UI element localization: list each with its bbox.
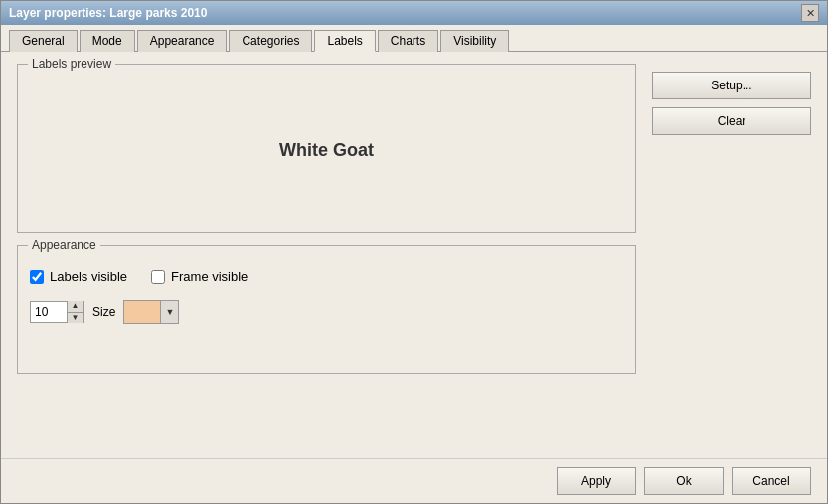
tab-categories[interactable]: Categories bbox=[229, 30, 312, 52]
tab-general[interactable]: General bbox=[9, 30, 78, 52]
ok-button[interactable]: Ok bbox=[644, 467, 724, 495]
preview-box: White Goat bbox=[30, 81, 623, 220]
frame-visible-checkbox[interactable] bbox=[151, 270, 165, 284]
size-input[interactable] bbox=[31, 303, 67, 321]
tabs-bar: General Mode Appearance Categories Label… bbox=[1, 25, 827, 52]
spin-down-button[interactable]: ▼ bbox=[68, 313, 83, 324]
appearance-content: Labels visible Frame visible bbox=[30, 261, 623, 324]
apply-button[interactable]: Apply bbox=[557, 467, 636, 495]
right-panel: Setup... Clear bbox=[652, 64, 811, 446]
size-spinbox: ▲ ▼ bbox=[30, 301, 84, 323]
footer: Apply Ok Cancel bbox=[1, 458, 827, 503]
content-area: Labels preview White Goat Appearance Lab… bbox=[1, 52, 827, 458]
labels-visible-item: Labels visible bbox=[30, 269, 127, 284]
main-window: Layer properties: Large parks 2010 ✕ Gen… bbox=[0, 0, 828, 504]
preview-text: White Goat bbox=[279, 140, 374, 161]
color-picker[interactable]: ▼ bbox=[123, 300, 179, 324]
appearance-group: Appearance Labels visible Frame visible bbox=[17, 245, 636, 374]
color-swatch bbox=[124, 301, 160, 323]
tab-appearance[interactable]: Appearance bbox=[137, 30, 228, 52]
size-row: ▲ ▼ Size ▼ bbox=[30, 300, 623, 324]
labels-preview-group: Labels preview White Goat bbox=[17, 64, 636, 233]
title-bar: Layer properties: Large parks 2010 ✕ bbox=[1, 1, 827, 25]
main-area: Labels preview White Goat Appearance Lab… bbox=[17, 64, 811, 446]
size-label: Size bbox=[92, 305, 115, 319]
color-dropdown-arrow[interactable]: ▼ bbox=[160, 301, 178, 323]
labels-preview-label: Labels preview bbox=[28, 57, 115, 71]
tab-labels[interactable]: Labels bbox=[314, 30, 375, 52]
labels-visible-checkbox[interactable] bbox=[30, 270, 44, 284]
left-panel: Labels preview White Goat Appearance Lab… bbox=[17, 64, 636, 446]
cancel-button[interactable]: Cancel bbox=[732, 467, 811, 495]
checkbox-row: Labels visible Frame visible bbox=[30, 269, 623, 284]
close-button[interactable]: ✕ bbox=[801, 4, 819, 22]
spin-buttons: ▲ ▼ bbox=[67, 301, 83, 323]
frame-visible-item: Frame visible bbox=[151, 269, 248, 284]
clear-button[interactable]: Clear bbox=[652, 107, 811, 135]
spin-up-button[interactable]: ▲ bbox=[68, 301, 83, 313]
setup-button[interactable]: Setup... bbox=[652, 72, 811, 99]
frame-visible-label: Frame visible bbox=[171, 269, 248, 284]
tab-mode[interactable]: Mode bbox=[80, 30, 135, 52]
window-title: Layer properties: Large parks 2010 bbox=[9, 6, 207, 20]
tab-charts[interactable]: Charts bbox=[378, 30, 438, 52]
tab-visibility[interactable]: Visibility bbox=[440, 30, 509, 52]
appearance-group-label: Appearance bbox=[28, 238, 100, 252]
labels-visible-label: Labels visible bbox=[50, 269, 127, 284]
